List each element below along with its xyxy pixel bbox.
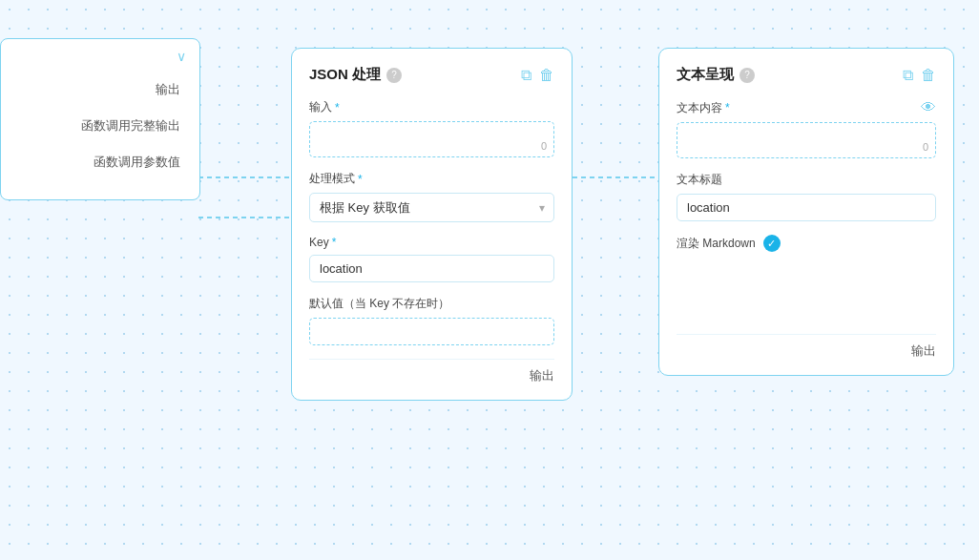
text-content-wrapper: 0 [677, 122, 936, 158]
json-card-actions: ⧉ 🗑 [521, 67, 554, 84]
text-card-footer: 输出 [677, 334, 936, 360]
json-process-mode-select-wrapper: 根据 Key 获取值 ▾ [309, 193, 554, 222]
text-content-label: 文本内容 * [677, 100, 730, 116]
text-content-header: 文本内容 * 👁 [677, 99, 936, 116]
json-default-value-input[interactable] [309, 318, 554, 345]
text-content-input[interactable] [677, 122, 936, 158]
json-input-wrapper: 0 [309, 121, 554, 157]
text-title-field-group: 文本标题 [677, 172, 936, 221]
json-output-label: 输出 [530, 367, 554, 384]
json-input-field-group: 输入 * 0 [309, 99, 554, 157]
json-delete-icon[interactable]: 🗑 [539, 67, 554, 84]
json-key-label: Key * [309, 236, 554, 249]
text-help-icon[interactable]: ? [739, 68, 755, 83]
json-process-mode-label: 处理模式 * [309, 171, 554, 187]
text-content-field-group: 文本内容 * 👁 0 [677, 99, 936, 158]
json-card-header: JSON 处理 ? ⧉ 🗑 [309, 66, 554, 84]
text-content-input-wrapper: 0 [677, 122, 936, 158]
json-key-required: * [332, 236, 337, 249]
json-default-value-label: 默认值（当 Key 不存在时） [309, 296, 554, 312]
render-markdown-label: 渲染 Markdown [677, 236, 756, 252]
render-markdown-checkbox[interactable] [763, 235, 781, 252]
text-copy-icon[interactable]: ⧉ [903, 67, 913, 84]
json-input-char-count: 0 [541, 140, 547, 152]
text-card-title-group: 文本呈现 ? [677, 66, 755, 84]
json-input[interactable] [309, 121, 554, 157]
text-output-label: 输出 [911, 342, 936, 360]
text-card-header: 文本呈现 ? ⧉ 🗑 [677, 66, 936, 84]
json-input-label: 输入 * [309, 99, 554, 115]
left-panel-top: ∨ [1, 49, 199, 72]
text-title-input[interactable] [677, 194, 936, 221]
eye-icon[interactable]: 👁 [921, 99, 936, 116]
text-content-char-count: 0 [923, 141, 928, 153]
left-panel-item-full-output[interactable]: 函数调用完整输出 [1, 108, 199, 144]
left-panel-item-output[interactable]: 输出 [1, 72, 199, 108]
text-content-required: * [725, 101, 730, 114]
chevron-down-icon[interactable]: ∨ [177, 49, 186, 64]
text-delete-icon[interactable]: 🗑 [921, 67, 936, 84]
render-markdown-row: 渲染 Markdown [677, 235, 936, 252]
text-title-label: 文本标题 [677, 172, 936, 188]
json-card-title: JSON 处理 [309, 66, 381, 84]
json-process-mode-select[interactable]: 根据 Key 获取值 [309, 193, 554, 222]
text-card-title: 文本呈现 [677, 66, 734, 84]
text-card-actions: ⧉ 🗑 [903, 67, 936, 84]
json-input-required: * [335, 101, 340, 114]
text-output-area [677, 265, 936, 322]
json-default-value-group: 默认值（当 Key 不存在时） [309, 296, 554, 345]
json-key-field-group: Key * [309, 236, 554, 282]
json-processing-card: JSON 处理 ? ⧉ 🗑 输入 * 0 处理模式 [291, 48, 573, 401]
json-process-mode-group: 处理模式 * 根据 Key 获取值 ▾ [309, 171, 554, 222]
left-panel: ∨ 输出 函数调用完整输出 函数调用参数值 [0, 38, 200, 200]
left-panel-item-param-value[interactable]: 函数调用参数值 [1, 144, 199, 180]
json-copy-icon[interactable]: ⧉ [521, 67, 531, 84]
json-help-icon[interactable]: ? [386, 68, 402, 83]
json-process-mode-required: * [358, 173, 363, 186]
json-key-input[interactable] [309, 255, 554, 282]
json-card-title-group: JSON 处理 ? [309, 66, 402, 84]
text-display-card: 文本呈现 ? ⧉ 🗑 文本内容 * 👁 [658, 48, 954, 376]
json-card-footer: 输出 [309, 359, 554, 384]
